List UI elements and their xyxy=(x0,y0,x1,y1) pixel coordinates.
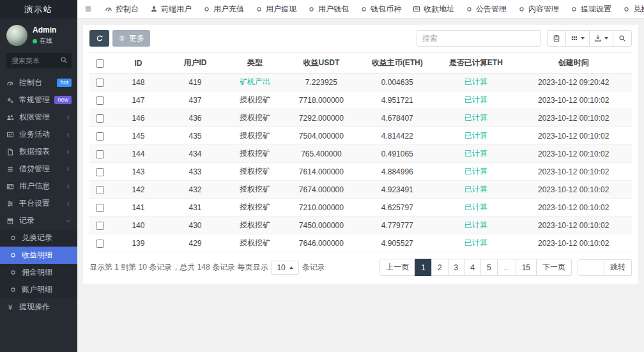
activity-icon xyxy=(6,131,15,139)
cell-calculated: 已计算 xyxy=(436,217,515,234)
row-checkbox[interactable] xyxy=(96,240,104,248)
sidebar-subitem[interactable]: 账户明细 xyxy=(0,281,77,298)
sidebar-subitem-label: 兑换记录 xyxy=(22,233,52,243)
sidebar-item[interactable]: 记录 xyxy=(0,212,77,229)
sidebar-item[interactable]: 借贷管理 xyxy=(0,160,77,178)
topnav-item[interactable]: 用户充值 xyxy=(197,0,250,18)
row-checkbox[interactable] xyxy=(96,222,104,230)
refresh-table-button[interactable] xyxy=(89,30,109,47)
row-select-cell xyxy=(89,163,111,181)
table-search-input[interactable] xyxy=(417,30,541,47)
sidebar-item-label: 控制台 xyxy=(19,77,42,88)
cell-type: 授权挖矿 xyxy=(225,217,284,234)
columns-button[interactable] xyxy=(565,30,590,47)
table-card: 更多 xyxy=(83,25,638,284)
sidebar-subitem[interactable]: 兑换记录 xyxy=(0,229,77,247)
page-button-3[interactable]: 3 xyxy=(448,259,465,276)
column-header: 收益USDT xyxy=(285,53,358,73)
cell-type: 授权挖矿 xyxy=(225,199,284,217)
cell-user-id: 430 xyxy=(165,217,225,234)
topnav-item[interactable]: 提现设置 xyxy=(565,0,617,18)
row-checkbox[interactable] xyxy=(96,150,104,158)
row-checkbox[interactable] xyxy=(96,114,104,123)
row-checkbox[interactable] xyxy=(96,79,104,87)
cell-eth: 4.923491 xyxy=(358,181,436,199)
sidebar-item-label: 业务活动 xyxy=(19,129,50,140)
row-checkbox[interactable] xyxy=(96,168,104,176)
column-header: 用户ID xyxy=(165,53,225,73)
topnav-item[interactable]: 用户提现 xyxy=(250,0,302,18)
topnav-item[interactable]: 兑换记录 xyxy=(617,0,644,18)
sidebar-item[interactable]: 用户信息 xyxy=(0,178,77,195)
page-button-2[interactable]: 2 xyxy=(431,259,448,276)
cell-eth: 4.905527 xyxy=(358,234,436,252)
jump-page-input[interactable] xyxy=(578,259,604,276)
row-checkbox[interactable] xyxy=(96,204,104,212)
prev-page-button[interactable]: 上一页 xyxy=(379,259,415,276)
sidebar-item[interactable]: ¥提现操作 xyxy=(0,298,77,316)
sidebar-toggle-button[interactable] xyxy=(77,0,99,18)
next-page-button[interactable]: 下一页 xyxy=(536,259,572,276)
sidebar-item[interactable]: 数据报表 xyxy=(0,143,77,160)
top-navbar: 控制台前端用户用户充值用户提现用户钱包钱包币种收款地址公告管理内容管理提现设置兑… xyxy=(77,0,644,19)
table-row: 141431授权挖矿7210.0000004.625797已计算2023-10-… xyxy=(89,199,632,217)
user-icon xyxy=(150,5,158,13)
sidebar-item-label: 常规管理 xyxy=(19,95,50,105)
more-actions-button[interactable]: 更多 xyxy=(112,30,150,47)
topnav-item[interactable]: 收款地址 xyxy=(407,0,460,18)
page-size-select[interactable]: 10 xyxy=(271,261,298,275)
sidebar-menu: 控制台hot常规管理new权限管理业务活动数据报表借贷管理用户信息平台设置记录兑… xyxy=(0,74,77,316)
data-table: ID 用户ID 类型 收益USDT 收益主币(ETH) 是否已计算ETH 创建时… xyxy=(89,52,632,252)
sidebar-subitem[interactable]: 佣金明细 xyxy=(0,264,77,281)
search-toggle-button[interactable] xyxy=(613,30,632,47)
export-button[interactable] xyxy=(589,30,613,47)
cell-created: 2023-10-12 00:10:02 xyxy=(515,109,632,127)
topnav-item[interactable]: 前端用户 xyxy=(144,0,197,18)
sidebar-item[interactable]: 常规管理new xyxy=(0,91,77,109)
caret-up-icon xyxy=(289,266,293,269)
jump-group: 跳转 xyxy=(578,259,632,276)
sidebar-item[interactable]: 平台设置 xyxy=(0,195,77,212)
cell-user-id: 432 xyxy=(165,181,225,199)
sidebar-item[interactable]: 业务活动 xyxy=(0,126,77,143)
page-button-15[interactable]: 15 xyxy=(516,259,537,276)
select-all-checkbox[interactable] xyxy=(96,59,104,68)
table-row: 146436授权挖矿7292.0000004.678407已计算2023-10-… xyxy=(89,109,632,127)
cell-id: 142 xyxy=(111,181,165,199)
chevron-left-icon xyxy=(65,132,72,138)
topnav-item[interactable]: 钱包币种 xyxy=(355,0,407,18)
row-select-cell xyxy=(89,127,111,145)
page-button-4[interactable]: 4 xyxy=(464,259,481,276)
sidebar-subitem-label: 账户明细 xyxy=(22,284,52,295)
sidebar-item[interactable]: 控制台hot xyxy=(0,74,77,91)
cell-usdt: 7614.000000 xyxy=(285,163,358,181)
topnav-item[interactable]: 控制台 xyxy=(99,0,144,18)
cell-user-id: 429 xyxy=(165,234,225,252)
pagination-switch-button[interactable] xyxy=(547,30,566,47)
page-button-5[interactable]: 5 xyxy=(480,259,498,276)
page-button-1[interactable]: 1 xyxy=(415,259,432,276)
jump-button[interactable]: 跳转 xyxy=(604,259,632,276)
circle-icon xyxy=(466,6,473,13)
chevron-left-icon xyxy=(65,201,72,207)
list-icon xyxy=(6,165,15,173)
topnav-item[interactable]: 公告管理 xyxy=(460,0,512,18)
table-row: 140430授权挖矿7450.0000004.779777已计算2023-10-… xyxy=(89,217,632,234)
cell-id: 143 xyxy=(111,163,165,181)
topnav-item[interactable]: 用户钱包 xyxy=(302,0,355,18)
row-checkbox[interactable] xyxy=(96,96,104,105)
hot-badge: hot xyxy=(57,79,72,88)
cell-user-id: 433 xyxy=(165,163,225,181)
cell-calculated: 已计算 xyxy=(436,73,515,91)
chevron-left-icon xyxy=(65,166,72,172)
page-ellipsis[interactable]: ... xyxy=(497,259,516,276)
cell-usdt: 7210.000000 xyxy=(285,199,358,217)
page-buttons: 上一页12345...15下一页 xyxy=(379,259,572,276)
sidebar-item[interactable]: 权限管理 xyxy=(0,109,77,126)
row-select-cell xyxy=(89,73,111,91)
row-checkbox[interactable] xyxy=(96,132,104,141)
topnav-item[interactable]: 内容管理 xyxy=(512,0,565,18)
sidebar-subitem-active[interactable]: 收益明细 xyxy=(0,247,77,264)
column-header: 创建时间 xyxy=(515,53,632,73)
row-checkbox[interactable] xyxy=(96,186,104,194)
